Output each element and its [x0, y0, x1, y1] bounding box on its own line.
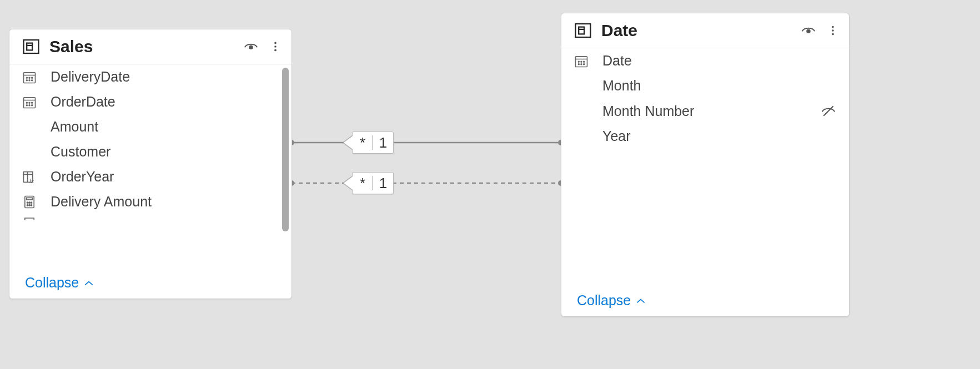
field-name: DeliveryDate	[51, 69, 279, 85]
field-row-overflow	[9, 214, 292, 222]
svg-point-47	[832, 33, 834, 36]
card-footer: Collapse	[9, 269, 292, 299]
svg-point-44	[807, 30, 810, 33]
visibility-icon[interactable]	[243, 38, 259, 55]
collapse-button[interactable]: Collapse	[577, 292, 646, 309]
chevron-up-icon	[83, 279, 94, 287]
cardinality-one: 1	[373, 175, 393, 192]
card-footer: Collapse	[561, 287, 849, 316]
svg-point-20	[32, 79, 33, 80]
table-icon	[574, 21, 592, 40]
cardinality-many: *	[353, 134, 373, 151]
svg-point-45	[832, 26, 834, 28]
field-name: Delivery Amount	[51, 194, 279, 210]
svg-point-19	[29, 79, 30, 80]
svg-point-52	[584, 61, 585, 62]
field-name: Customer	[51, 144, 279, 160]
svg-point-9	[249, 46, 253, 49]
relationship-cardinality-inactive[interactable]: * 1	[352, 172, 394, 194]
table-title: Date	[601, 21, 800, 40]
svg-rect-7	[27, 43, 32, 50]
filter-direction-arrow-icon	[344, 136, 353, 149]
svg-text:fx: fx	[29, 177, 34, 184]
svg-point-15	[26, 77, 27, 78]
svg-rect-6	[24, 40, 39, 53]
field-name: Month	[602, 78, 837, 94]
table-card-sales[interactable]: Sales	[9, 29, 292, 299]
svg-point-36	[29, 202, 30, 203]
svg-point-11	[274, 46, 277, 48]
field-name: Date	[602, 53, 837, 69]
field-row[interactable]: Delivery Amount	[9, 189, 292, 214]
scrollbar[interactable]	[282, 68, 289, 231]
field-row[interactable]: OrderDate	[9, 89, 292, 114]
collapse-label: Collapse	[577, 292, 631, 309]
more-options-icon[interactable]	[827, 22, 839, 39]
field-name: Amount	[51, 119, 279, 135]
svg-point-37	[31, 202, 32, 203]
table-header: Sales	[9, 29, 292, 64]
svg-point-17	[32, 77, 33, 78]
svg-rect-41	[576, 24, 591, 37]
cardinality-many: *	[353, 175, 373, 192]
cardinality-one: 1	[373, 134, 393, 151]
svg-point-53	[578, 63, 579, 64]
table-header: Date	[561, 13, 849, 48]
table-card-date[interactable]: Date	[561, 13, 850, 317]
field-name: Year	[602, 128, 837, 144]
field-name: Month Number	[602, 103, 820, 119]
table-title: Sales	[49, 37, 243, 56]
field-row[interactable]: Amount	[9, 114, 292, 139]
svg-point-38	[27, 204, 28, 205]
svg-point-16	[29, 77, 30, 78]
svg-point-54	[581, 63, 582, 64]
svg-point-39	[29, 204, 30, 205]
field-row[interactable]: Customer	[9, 139, 292, 164]
relationship-cardinality-active[interactable]: * 1	[352, 132, 394, 154]
calendar-icon	[574, 53, 594, 69]
svg-point-28	[32, 104, 33, 105]
svg-point-24	[29, 102, 30, 103]
calendar-icon	[22, 94, 42, 110]
chevron-up-icon	[635, 297, 646, 305]
field-hidden-icon	[820, 103, 837, 119]
svg-rect-42	[579, 27, 584, 34]
field-row[interactable]: Month	[561, 73, 849, 98]
calculated-column-icon: fx	[22, 169, 42, 185]
filter-direction-arrow-icon	[344, 176, 353, 190]
svg-point-12	[274, 49, 277, 52]
svg-point-10	[274, 42, 277, 44]
measure-icon	[22, 215, 42, 221]
field-list: DeliveryDate OrderDate Amount Customer	[9, 64, 292, 269]
svg-point-35	[27, 202, 28, 203]
field-row[interactable]: DeliveryDate	[9, 64, 292, 89]
field-row[interactable]: Month Number	[561, 98, 849, 124]
table-icon	[22, 37, 41, 56]
svg-point-18	[26, 79, 27, 80]
field-row[interactable]: Year	[561, 124, 849, 149]
svg-point-23	[26, 102, 27, 103]
calendar-icon	[22, 69, 42, 85]
svg-point-40	[31, 204, 32, 205]
svg-point-27	[29, 104, 30, 105]
collapse-label: Collapse	[25, 275, 79, 291]
more-options-icon[interactable]	[269, 38, 282, 55]
field-row[interactable]: Date	[561, 48, 849, 73]
svg-point-50	[578, 61, 579, 62]
field-row[interactable]: fx OrderYear	[9, 164, 292, 189]
collapse-button[interactable]: Collapse	[25, 275, 94, 291]
measure-icon	[22, 194, 42, 210]
field-name: OrderYear	[51, 169, 279, 185]
svg-point-51	[581, 61, 582, 62]
svg-point-25	[32, 102, 33, 103]
visibility-icon[interactable]	[800, 22, 817, 39]
svg-point-55	[584, 63, 585, 64]
svg-line-56	[823, 106, 833, 116]
svg-point-46	[832, 29, 834, 32]
svg-point-26	[26, 104, 27, 105]
svg-rect-34	[27, 198, 33, 200]
field-name: OrderDate	[51, 94, 279, 110]
field-list: Date Month Month Number Year	[561, 48, 849, 287]
